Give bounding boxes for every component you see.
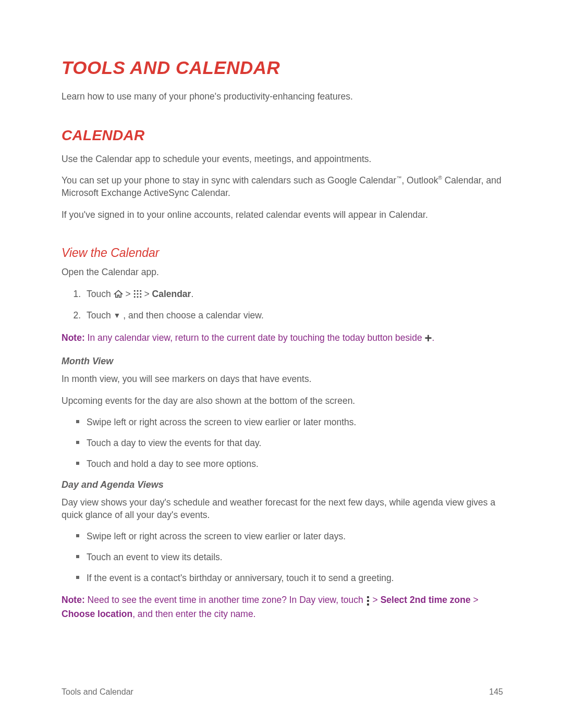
note-timezone: Note: Need to see the event time in anot… [62,594,503,620]
dropdown-triangle-icon: ▼ [114,311,121,320]
list-item: Touch a day to view the events for that … [76,437,503,450]
note-today-button: Note: In any calendar view, return to th… [62,331,503,344]
calendar-paragraph-1: Use the Calendar app to schedule your ev… [62,153,503,166]
month-paragraph-2: Upcoming events for the day are also sho… [62,395,503,408]
list-item: Swipe left or right across the screen to… [76,416,503,429]
subheading-view-calendar: View the Calendar [62,246,503,260]
svg-rect-11 [367,603,369,606]
svg-rect-9 [367,596,369,598]
day-bullet-list: Swipe left or right across the screen to… [62,530,503,584]
home-icon [114,289,123,302]
svg-rect-0 [133,290,135,292]
month-bullet-list: Swipe left or right across the screen to… [62,416,503,470]
footer-section-name: Tools and Calendar [62,687,133,697]
month-paragraph-1: In month view, you will see markers on d… [62,373,503,386]
subheading-day-agenda-views: Day and Agenda Views [62,479,503,490]
list-item: Touch an event to view its details. [76,551,503,564]
plus-icon: + [425,331,432,345]
intro-paragraph: Learn how to use many of your phone's pr… [62,91,503,103]
svg-rect-8 [140,296,141,298]
step-1: Touch > > Calendar. [83,288,503,302]
svg-rect-7 [137,296,138,298]
subheading-month-view: Month View [62,356,503,367]
steps-list: Touch > > Calendar. Touch ▼ , and then c… [62,288,503,322]
step-2: Touch ▼ , and then choose a calendar vie… [83,310,503,322]
svg-rect-4 [137,293,138,294]
svg-rect-6 [133,296,135,298]
open-calendar-text: Open the Calendar app. [62,266,503,279]
svg-rect-2 [140,290,141,292]
calendar-paragraph-2: You can set up your phone to stay in syn… [62,175,503,199]
day-paragraph-1: Day view shows your day's schedule and w… [62,497,503,521]
list-item: Touch and hold a day to see more options… [76,458,503,471]
overflow-menu-icon [366,595,370,608]
page-title: TOOLS AND CALENDAR [62,57,503,78]
list-item: Swipe left or right across the screen to… [76,530,503,543]
footer-page-number: 145 [489,687,503,697]
section-heading-calendar: CALENDAR [62,127,503,144]
page-footer: Tools and Calendar 145 [62,687,503,697]
svg-rect-5 [140,293,141,294]
calendar-label: Calendar [152,289,191,299]
svg-rect-1 [137,290,138,292]
list-item: If the event is a contact's birthday or … [76,572,503,585]
calendar-paragraph-3: If you've signed in to your online accou… [62,209,503,221]
svg-rect-10 [367,600,369,602]
apps-grid-icon [133,289,142,302]
svg-rect-3 [133,293,135,294]
document-page: TOOLS AND CALENDAR Learn how to use many… [0,0,563,728]
